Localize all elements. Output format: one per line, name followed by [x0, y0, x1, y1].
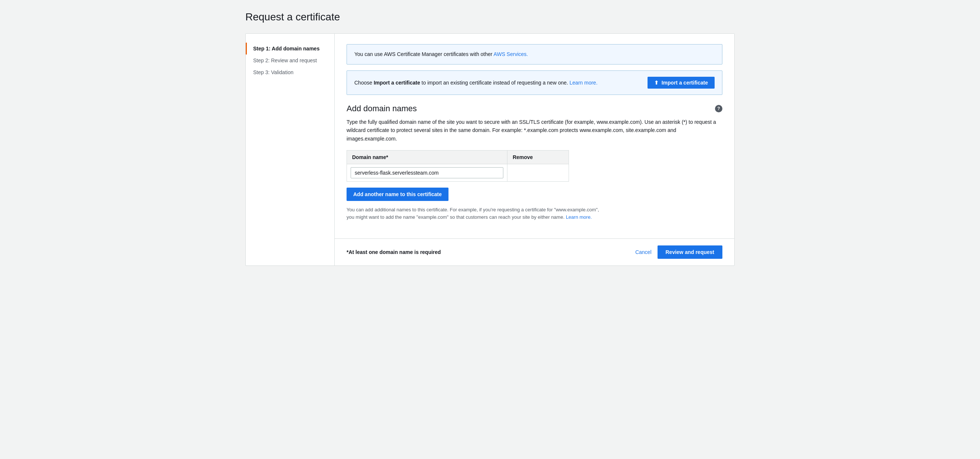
import-certificate-button[interactable]: ⬆ Import a certificate: [648, 77, 714, 89]
sidebar-item-step1[interactable]: Step 1: Add domain names: [246, 43, 334, 54]
import-icon: ⬆: [654, 80, 659, 86]
add-name-hint: You can add additional names to this cer…: [347, 206, 606, 221]
import-banner-text: Choose Import a certificate to import an…: [354, 79, 598, 87]
aws-services-link[interactable]: AWS Services.: [494, 51, 528, 57]
section-description: Type the fully qualified domain name of …: [347, 118, 722, 143]
table-row: [347, 164, 569, 182]
domain-name-input[interactable]: [351, 167, 503, 178]
section-title-row: Add domain names ?: [347, 104, 722, 113]
page-title: Request a certificate: [245, 11, 735, 23]
remove-col-header: Remove: [508, 151, 569, 164]
sidebar-item-step2-label: Step 2: Review and request: [253, 57, 317, 64]
domain-table: Domain name* Remove: [347, 150, 569, 182]
hint-learn-more-link[interactable]: Learn more.: [566, 214, 592, 220]
review-and-request-button[interactable]: Review and request: [657, 245, 723, 259]
import-learn-more-link[interactable]: Learn more.: [570, 80, 598, 86]
sidebar-item-step3[interactable]: Step 3: Validation: [246, 66, 334, 78]
cancel-button[interactable]: Cancel: [635, 249, 652, 255]
sidebar-item-step2[interactable]: Step 2: Review and request: [246, 54, 334, 66]
footer-note: *At least one domain name is required: [347, 249, 441, 255]
sidebar-item-step3-label: Step 3: Validation: [253, 69, 294, 75]
info-banner: You can use AWS Certificate Manager cert…: [347, 44, 722, 65]
help-icon[interactable]: ?: [715, 105, 722, 112]
sidebar-item-step1-label: Step 1: Add domain names: [253, 46, 320, 51]
sidebar: Step 1: Add domain names Step 2: Review …: [246, 34, 335, 265]
footer-actions: Cancel Review and request: [635, 245, 722, 259]
add-another-name-button[interactable]: Add another name to this certificate: [347, 188, 449, 201]
info-banner-text: You can use AWS Certificate Manager cert…: [354, 51, 528, 57]
domain-name-col-header: Domain name*: [347, 151, 508, 164]
section-title-text: Add domain names: [347, 104, 417, 113]
footer-bar: *At least one domain name is required Ca…: [335, 238, 734, 265]
import-banner: Choose Import a certificate to import an…: [347, 70, 722, 95]
